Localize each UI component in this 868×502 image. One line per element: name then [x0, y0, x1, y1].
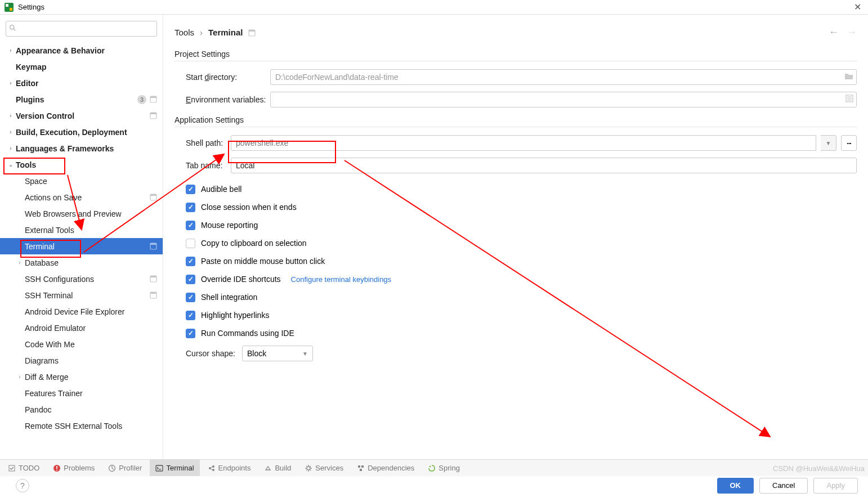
cancel-button[interactable]: Cancel — [759, 478, 808, 494]
sidebar-item-features-trainer[interactable]: Features Trainer — [0, 385, 163, 401]
watermark: CSDN @HuaWei&&WeiHua — [773, 464, 865, 473]
breadcrumb: Tools › Terminal — [175, 28, 256, 37]
audible-bell-checkbox[interactable] — [186, 185, 195, 194]
sidebar-item-languages-frameworks[interactable]: ›Languages & Frameworks — [0, 140, 163, 156]
status-label: Spring — [439, 464, 460, 472]
highlight-hyperlinks-label: Highlight hyperlinks — [201, 311, 269, 320]
shell-path-input[interactable] — [231, 135, 816, 151]
mouse-reporting-label: Mouse reporting — [201, 221, 258, 230]
svg-rect-26 — [57, 469, 58, 470]
sidebar-item-terminal[interactable]: Terminal — [0, 238, 163, 254]
sidebar-item-keymap[interactable]: Keymap — [0, 59, 163, 75]
sidebar-item-android-device-file-explorer[interactable]: Android Device File Explorer — [0, 303, 163, 320]
svg-line-29 — [112, 468, 114, 469]
sidebar-item-label: Build, Execution, Deployment — [15, 128, 127, 137]
status-item-terminal[interactable]: Terminal — [150, 460, 199, 476]
sidebar-item-editor[interactable]: ›Editor — [0, 75, 163, 91]
settings-tree[interactable]: ›Appearance & BehaviorKeymap›EditorPlugi… — [0, 41, 163, 459]
status-item-problems[interactable]: Problems — [47, 460, 100, 476]
sidebar-item-database[interactable]: ›Database — [0, 254, 163, 271]
highlight-hyperlinks-checkbox[interactable] — [186, 311, 195, 320]
close-session-checkbox[interactable] — [186, 203, 195, 212]
apply-button[interactable]: Apply — [813, 478, 858, 494]
title-bar: Settings ✕ — [0, 0, 868, 15]
sidebar-item-plugins[interactable]: Plugins3 — [0, 91, 163, 107]
status-item-spring[interactable]: Spring — [422, 460, 466, 476]
project-scope-icon — [150, 243, 157, 250]
svg-rect-16 — [150, 292, 156, 294]
status-item-endpoints[interactable]: Endpoints — [202, 460, 257, 476]
sidebar-item-label: Android Emulator — [24, 324, 86, 333]
sidebar-item-ssh-configurations[interactable]: SSH Configurations — [0, 271, 163, 287]
paste-middle-label: Paste on middle mouse button click — [201, 257, 325, 266]
svg-rect-39 — [361, 465, 364, 468]
sidebar-item-code-with-me[interactable]: Code With Me — [0, 336, 163, 352]
shell-path-browse-button[interactable]: ··· — [841, 135, 857, 151]
breadcrumb-seg: Terminal — [208, 28, 243, 37]
search-input[interactable] — [6, 21, 157, 37]
configure-keybindings-link[interactable]: Configure terminal keybindings — [291, 275, 391, 284]
sidebar-item-remote-ssh-external-tools[interactable]: Remote SSH External Tools — [0, 418, 163, 434]
tab-name-input[interactable] — [231, 158, 857, 173]
run-commands-ide-checkbox[interactable] — [186, 329, 195, 338]
settings-content: Tools › Terminal ← → Project Settings St… — [163, 15, 868, 459]
paste-middle-checkbox[interactable] — [186, 257, 195, 266]
sidebar-item-ssh-terminal[interactable]: SSH Terminal — [0, 287, 163, 303]
sidebar-item-web-browsers-and-preview[interactable]: Web Browsers and Preview — [0, 205, 163, 222]
status-item-dependencies[interactable]: Dependencies — [351, 460, 420, 476]
help-button[interactable]: ? — [16, 479, 29, 492]
chevron-icon: › — [16, 259, 24, 266]
sidebar-item-diagrams[interactable]: Diagrams — [0, 352, 163, 369]
status-item-profiler[interactable]: Profiler — [102, 460, 147, 476]
sidebar-item-label: Actions on Save — [24, 193, 82, 202]
chevron-icon: › — [7, 47, 15, 53]
window-title: Settings — [18, 3, 44, 11]
sidebar-item-actions-on-save[interactable]: Actions on Save — [0, 189, 163, 205]
svg-rect-12 — [150, 243, 156, 245]
svg-rect-18 — [249, 30, 255, 32]
override-shortcuts-checkbox[interactable] — [186, 275, 195, 284]
nav-back-icon[interactable]: ← — [829, 26, 839, 38]
mouse-reporting-checkbox[interactable] — [186, 221, 195, 230]
sidebar-item-external-tools[interactable]: External Tools — [0, 222, 163, 238]
start-directory-input[interactable] — [270, 69, 857, 85]
sidebar-item-label: Keymap — [15, 62, 46, 71]
sidebar-item-space[interactable]: Space — [0, 173, 163, 189]
sidebar-item-pandoc[interactable]: Pandoc — [0, 401, 163, 418]
sidebar-item-version-control[interactable]: ›Version Control — [0, 107, 163, 124]
svg-rect-25 — [57, 466, 58, 469]
status-item-todo[interactable]: TODO — [2, 460, 45, 476]
sidebar-item-tools[interactable]: ⌄Tools — [0, 156, 163, 173]
run-commands-ide-label: Run Commands using IDE — [201, 329, 294, 338]
cursor-shape-value: Block — [247, 349, 266, 358]
status-label: TODO — [19, 464, 39, 472]
shell-path-dropdown[interactable]: ▼ — [821, 135, 836, 151]
status-item-services[interactable]: Services — [299, 460, 349, 476]
section-title-app: Application Settings — [175, 115, 857, 124]
env-vars-input[interactable] — [270, 92, 857, 107]
sidebar-item-label: Android Device File Explorer — [24, 307, 124, 316]
folder-icon[interactable] — [844, 72, 853, 82]
close-icon[interactable]: ✕ — [852, 2, 863, 12]
svg-rect-14 — [150, 276, 156, 277]
sidebar-item-diff-merge[interactable]: ›Diff & Merge — [0, 369, 163, 385]
sidebar-item-label: Plugins — [15, 95, 44, 104]
sidebar-item-label: SSH Configurations — [24, 275, 94, 284]
sidebar-item-label: SSH Terminal — [24, 291, 73, 300]
nav-forward-icon[interactable]: → — [847, 26, 857, 38]
tab-name-label: Tab name: — [175, 161, 231, 170]
shell-path-label: Shell path: — [175, 138, 231, 147]
cursor-shape-select[interactable]: Block ▼ — [242, 346, 313, 361]
cursor-shape-label: Cursor shape: — [175, 349, 242, 358]
svg-rect-30 — [156, 465, 163, 471]
list-icon[interactable] — [845, 95, 853, 105]
status-item-build[interactable]: Build — [258, 460, 297, 476]
shell-integration-checkbox[interactable] — [186, 293, 195, 302]
sidebar-item-build-execution-deployment[interactable]: ›Build, Execution, Deployment — [0, 124, 163, 140]
svg-point-41 — [429, 465, 431, 467]
copy-clipboard-checkbox[interactable] — [186, 239, 195, 248]
sidebar-item-android-emulator[interactable]: Android Emulator — [0, 320, 163, 336]
svg-rect-40 — [360, 469, 362, 471]
ok-button[interactable]: OK — [717, 478, 754, 494]
sidebar-item-appearance-behavior[interactable]: ›Appearance & Behavior — [0, 42, 163, 59]
